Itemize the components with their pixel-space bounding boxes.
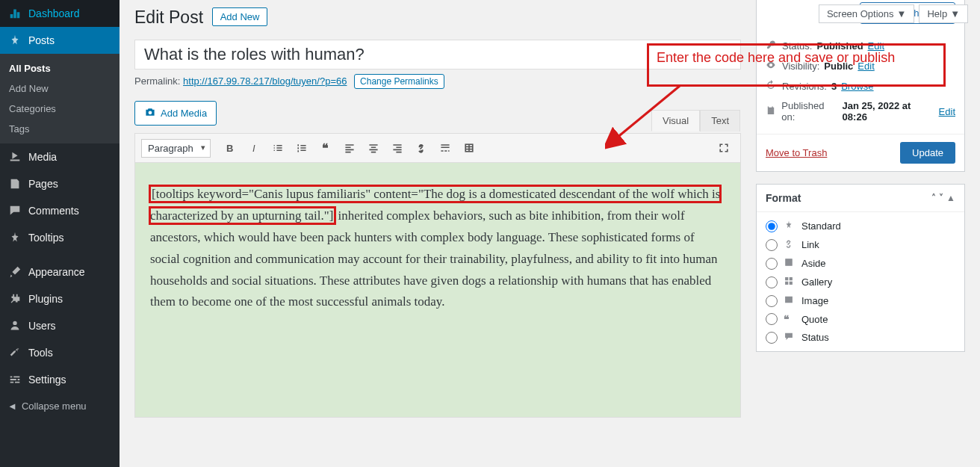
format-label: Gallery: [801, 276, 832, 288]
sidebar-item-media[interactable]: Media: [0, 143, 120, 170]
sidebar-item-plugins[interactable]: Plugins: [0, 285, 120, 312]
format-item-link[interactable]: Link: [766, 238, 955, 251]
collapse-icon: ◄: [7, 400, 17, 412]
format-item-gallery[interactable]: Gallery: [766, 276, 955, 288]
sidebar-item-label: Pages: [28, 178, 58, 190]
pin-icon: [7, 230, 22, 245]
link-icon: [784, 238, 796, 251]
update-button[interactable]: Update: [900, 142, 955, 164]
media-icon: [7, 149, 22, 164]
format-radio[interactable]: [766, 239, 778, 251]
pin-icon: [7, 33, 22, 48]
format-item-quote[interactable]: ❝ Quote: [766, 313, 955, 325]
sidebar-item-tooltips[interactable]: Tooltips: [0, 224, 120, 251]
sidebar-item-label: Appearance: [28, 266, 85, 278]
permalink-label: Permalink:: [134, 75, 180, 87]
editor-content[interactable]: [tooltips keyword="Canis lupus familiari…: [135, 163, 740, 417]
permalink-link[interactable]: http://167.99.78.217/blog/tuyen/?p=66: [183, 75, 347, 87]
sidebar-item-posts[interactable]: Posts: [0, 27, 120, 54]
format-item-status[interactable]: Status: [766, 331, 955, 344]
plug-icon: [7, 291, 22, 306]
number-list-button[interactable]: [291, 137, 312, 158]
sidebar-sub-tags[interactable]: Tags: [0, 119, 120, 139]
sidebar-sub-categories[interactable]: Categories: [0, 99, 120, 119]
user-icon: [7, 318, 22, 333]
format-label: Image: [801, 295, 828, 306]
dashboard-icon: [7, 6, 22, 21]
sidebar-item-settings[interactable]: Settings: [0, 366, 120, 393]
sidebar-item-comments[interactable]: Comments: [0, 197, 120, 224]
format-label: Aside: [801, 258, 826, 269]
calendar-icon: [766, 105, 777, 118]
change-permalinks-button[interactable]: Change Permalinks: [354, 74, 444, 89]
format-item-aside[interactable]: Aside: [766, 257, 955, 270]
format-radio[interactable]: [766, 295, 778, 307]
post-body-text: inherited complex behaviors, such as bit…: [150, 208, 717, 309]
format-item-image[interactable]: Image: [766, 294, 955, 307]
readmore-button[interactable]: [435, 137, 456, 158]
format-label: Quote: [801, 314, 828, 325]
sidebar-item-label: Tooltips: [28, 232, 63, 244]
sidebar-item-appearance[interactable]: Appearance: [0, 259, 120, 285]
sidebar-submenu-posts: All Posts Add New Categories Tags: [0, 54, 120, 143]
sidebar-item-label: Dashboard: [28, 7, 80, 19]
add-new-button[interactable]: Add New: [212, 7, 268, 26]
format-radio[interactable]: [766, 313, 778, 325]
sidebar-sub-addnew[interactable]: Add New: [0, 78, 120, 99]
published-value: Jan 25, 2022 at 08:26: [843, 100, 934, 123]
sidebar-sub-allposts[interactable]: All Posts: [0, 58, 120, 78]
sidebar-item-label: Media: [28, 151, 57, 163]
toggle-icon[interactable]: ▲: [946, 193, 955, 203]
sliders-icon: [7, 372, 22, 387]
admin-sidebar: Dashboard Posts All Posts Add New Catego…: [0, 0, 120, 467]
bold-button[interactable]: B: [220, 137, 241, 158]
format-radio[interactable]: [766, 220, 778, 232]
paragraph-select[interactable]: Paragraph: [141, 139, 211, 158]
annotation-box: Enter the code here and save or publish: [647, 43, 946, 87]
sidebar-item-label: Users: [28, 320, 56, 332]
fullscreen-button[interactable]: [713, 137, 734, 158]
link-button[interactable]: [411, 137, 432, 158]
format-item-standard[interactable]: Standard: [766, 220, 955, 232]
move-to-trash[interactable]: Move to Trash: [766, 147, 827, 158]
bullet-list-button[interactable]: [267, 137, 288, 158]
published-edit[interactable]: Edit: [939, 106, 955, 117]
move-up-icon[interactable]: ˄: [931, 193, 936, 203]
format-label: Status: [801, 332, 829, 343]
italic-button[interactable]: I: [244, 137, 264, 158]
aside-icon: [784, 257, 796, 270]
help-button[interactable]: Help ▼: [919, 4, 968, 23]
format-radio[interactable]: [766, 258, 778, 270]
format-radio[interactable]: [766, 276, 778, 288]
blockquote-button[interactable]: ❝: [315, 137, 336, 158]
svg-rect-4: [466, 147, 468, 149]
image-icon: [784, 294, 796, 307]
annotation-arrow: [605, 82, 695, 149]
sidebar-item-tools[interactable]: Tools: [0, 339, 120, 366]
quote-icon: ❝: [784, 313, 796, 325]
screen-options-label: Screen Options: [827, 8, 894, 19]
help-label: Help: [927, 8, 947, 19]
comment-icon: [7, 203, 22, 218]
format-metabox: Format ˄ ˅ ▲ Standard: [756, 184, 965, 352]
tab-text[interactable]: Text: [700, 110, 740, 132]
collapse-menu[interactable]: ◄ Collapse menu: [0, 393, 120, 419]
align-right-button[interactable]: [387, 137, 408, 158]
status-icon: [784, 331, 796, 344]
format-heading: Format: [766, 192, 801, 204]
move-down-icon[interactable]: ˅: [939, 193, 943, 203]
wrench-icon: [7, 345, 22, 360]
chevron-down-icon: ▼: [897, 8, 907, 19]
screen-options-button[interactable]: Screen Options ▼: [819, 4, 914, 23]
svg-rect-3: [470, 145, 472, 146]
sidebar-item-dashboard[interactable]: Dashboard: [0, 0, 120, 27]
annotation-text: Enter the code here and save or publish: [657, 50, 895, 65]
align-left-button[interactable]: [339, 137, 360, 158]
add-media-button[interactable]: Add Media: [134, 101, 217, 126]
toolbar-toggle-button[interactable]: [459, 137, 480, 158]
editor: Visual Text Paragraph B I ❝: [134, 133, 741, 418]
format-radio[interactable]: [766, 332, 778, 344]
sidebar-item-pages[interactable]: Pages: [0, 170, 120, 197]
sidebar-item-users[interactable]: Users: [0, 312, 120, 339]
align-center-button[interactable]: [363, 137, 384, 158]
